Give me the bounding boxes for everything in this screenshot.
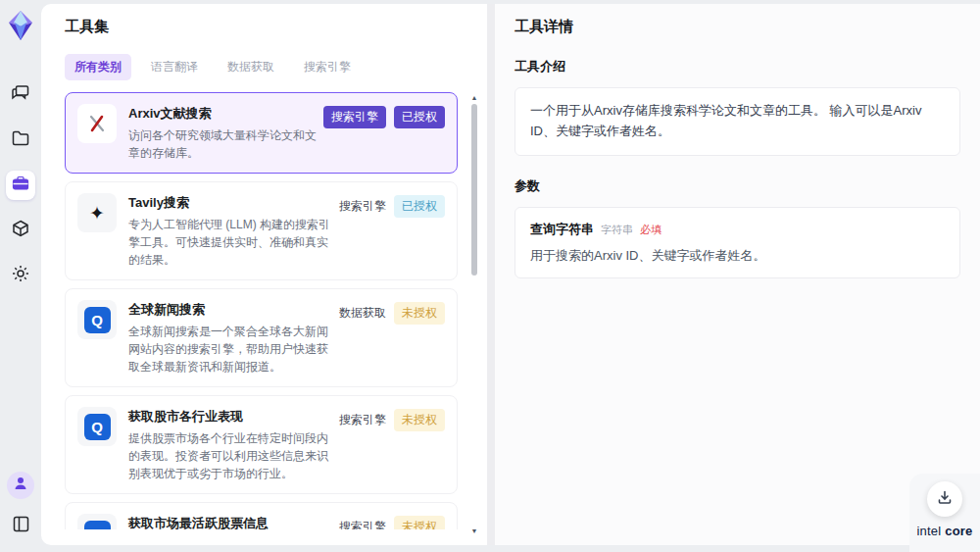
sidebar-item-models[interactable] [6,216,35,245]
tool-description: 提供股票市场各个行业在特定时间段内的表现。投资者可以利用这些信息来识别表现优于或… [128,429,333,482]
param-name: 查询字符串 [530,221,594,238]
auth-status-badge: 未授权 [394,516,445,529]
tool-detail-panel: 工具详情 工具介绍 一个用于从Arxiv存储库搜索科学论文和文章的工具。 输入可… [495,4,980,545]
category-label: 搜索引擎 [339,519,386,529]
tool-name: 获取市场最活跃股票信息 [128,515,333,529]
news-q-icon: Q [77,300,117,339]
scrollbar-track[interactable]: ▲ ▼ [469,94,479,535]
tool-list: Arxiv文献搜索 访问各个研究领域大量科学论文和文章的存储库。 搜索引擎 已授… [65,92,466,529]
news-q-icon: Q [77,407,117,446]
tool-name: Tavily搜索 [128,194,333,212]
intel-core-logo: intel core [917,524,973,538]
user-avatar[interactable] [7,472,34,499]
param-description: 用于搜索的Arxiv ID、关键字或作者姓名。 [530,247,945,265]
arxiv-icon [77,104,117,143]
auth-status-badge: 未授权 [394,409,445,431]
intro-box: 一个用于从Arxiv存储库搜索科学论文和文章的工具。 输入可以是Arxiv ID… [514,87,960,156]
tool-card-arxiv[interactable]: Arxiv文献搜索 访问各个研究领域大量科学论文和文章的存储库。 搜索引擎 已授… [65,92,458,174]
cube-icon [11,219,30,242]
user-icon [13,476,28,495]
tool-description: 全球新闻搜索是一个聚合全球各大新闻网站内容的搜索引擎，帮助用户快速获取全球最新资… [128,323,333,376]
param-type: 字符串 [601,223,633,237]
chat-icon [11,83,30,107]
intro-text: 一个用于从Arxiv存储库搜索科学论文和文章的工具。 输入可以是Arxiv ID… [530,101,945,142]
scroll-down-arrow[interactable]: ▼ [469,527,479,535]
category-label: 数据获取 [339,305,386,322]
tab-all-categories[interactable]: 所有类别 [65,54,131,80]
app-logo-icon [6,10,35,41]
sidebar-item-chat[interactable] [6,80,35,110]
category-badge: 搜索引擎 [323,106,386,128]
tool-name: 全球新闻搜索 [128,301,333,319]
auth-status-badge: 已授权 [394,106,445,128]
auth-status-badge: 未授权 [394,302,445,325]
params-heading: 参数 [514,177,960,195]
tool-description: 专为人工智能代理 (LLM) 构建的搜索引擎工具。可快速提供实时、准确和真实的结… [128,216,333,269]
tavily-star-icon: ✦ [77,193,117,232]
scrollbar-thumb[interactable] [471,104,477,276]
sidebar-item-settings[interactable] [6,261,35,290]
category-label: 搜索引擎 [339,412,386,428]
param-required-flag: 必填 [640,223,662,237]
tool-name: Arxiv文献搜索 [128,105,318,123]
toolbox-icon [11,174,30,197]
tool-card-active-stocks[interactable]: Q 获取市场最活跃股票信息 提供当天交易量最高的股票列表，投资者可以利用这些信息… [65,502,458,529]
tool-card-global-news[interactable]: Q 全球新闻搜索 全球新闻搜索是一个聚合全球各大新闻网站内容的搜索引擎，帮助用户… [65,288,458,387]
tools-panel: 工具集 所有类别 语言翻译 数据获取 搜索引擎 Arxiv文献搜索 访问各个研究… [41,4,487,545]
tab-data-fetch[interactable]: 数据获取 [218,54,284,80]
gear-icon [11,264,30,287]
sidebar-item-files[interactable] [6,125,35,155]
news-q-icon: Q [77,514,117,529]
panel-toggle-icon [12,515,30,537]
folder-icon [11,128,30,152]
sidebar-item-tools[interactable] [6,171,35,200]
intro-heading: 工具介绍 [514,58,960,75]
tool-description: 访问各个研究领域大量科学论文和文章的存储库。 [128,126,318,162]
param-box: 查询字符串 字符串 必填 用于搜索的Arxiv ID、关键字或作者姓名。 [514,207,960,278]
tab-language-translation[interactable]: 语言翻译 [141,54,208,80]
category-label: 搜索引擎 [339,198,386,215]
category-tabs: 所有类别 语言翻译 数据获取 搜索引擎 [65,54,466,80]
download-button[interactable] [927,481,962,517]
tab-search-engine[interactable]: 搜索引擎 [294,54,361,80]
panel-divider [487,4,495,545]
panel-toggle-button[interactable] [6,511,35,540]
page-title: 工具集 [65,18,466,36]
content-area: 工具集 所有类别 语言翻译 数据获取 搜索引擎 Arxiv文献搜索 访问各个研究… [41,4,980,545]
tool-name: 获取股市各行业表现 [128,408,333,426]
auth-status-badge: 已授权 [394,195,445,218]
download-icon [937,489,953,509]
sidebar-rail [0,0,41,552]
tool-card-stock-sector[interactable]: Q 获取股市各行业表现 提供股票市场各个行业在特定时间段内的表现。投资者可以利用… [65,395,458,494]
detail-title: 工具详情 [514,18,960,36]
bottom-right-corner: intel core [909,474,980,552]
tool-card-tavily[interactable]: ✦ Tavily搜索 专为人工智能代理 (LLM) 构建的搜索引擎工具。可快速提… [65,181,458,280]
scroll-up-arrow[interactable]: ▲ [469,94,479,102]
